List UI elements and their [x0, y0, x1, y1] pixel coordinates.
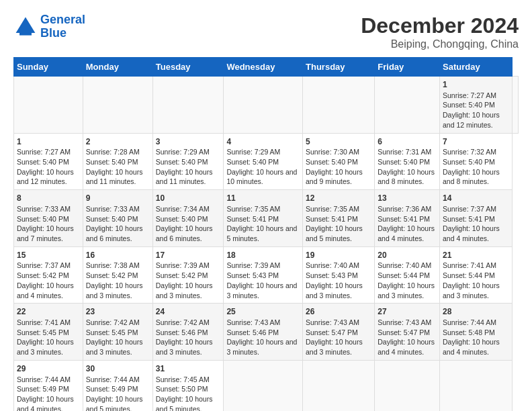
calendar-cell: [375, 360, 440, 411]
sunset-text: Sunset: 5:47 PM: [306, 328, 371, 338]
day-number: 15: [17, 250, 80, 261]
calendar-cell: 19Sunrise: 7:40 AMSunset: 5:43 PMDayligh…: [303, 246, 375, 304]
sunset-text: Sunset: 5:40 PM: [378, 157, 437, 167]
daylight-text: Daylight: 10 hours and 5 minutes.: [306, 224, 371, 243]
day-number: 26: [306, 306, 371, 318]
header-tuesday: Tuesday: [152, 58, 224, 77]
day-number: 3: [156, 136, 221, 148]
day-number: 23: [86, 306, 150, 318]
sunset-text: Sunset: 5:46 PM: [156, 328, 221, 338]
calendar-cell: 21Sunrise: 7:41 AMSunset: 5:44 PMDayligh…: [440, 246, 513, 304]
sunrise-text: Sunrise: 7:30 AM: [306, 147, 371, 157]
header-monday: Monday: [83, 58, 152, 77]
sunrise-text: Sunrise: 7:43 AM: [306, 318, 371, 328]
sunrise-text: Sunrise: 7:27 AM: [443, 91, 509, 101]
daylight-text: Daylight: 10 hours and 3 minutes.: [156, 337, 221, 357]
daylight-text: Daylight: 10 hours and 9 minutes.: [306, 167, 371, 187]
svg-marker-0: [16, 17, 36, 32]
calendar-cell: 23Sunrise: 7:42 AMSunset: 5:45 PMDayligh…: [83, 304, 152, 361]
daylight-text: Daylight: 10 hours and 5 minutes.: [226, 224, 300, 243]
calendar-cell: 28Sunrise: 7:44 AMSunset: 5:48 PMDayligh…: [440, 304, 513, 361]
daylight-text: Daylight: 10 hours and 3 minutes.: [86, 337, 150, 357]
sunrise-text: Sunrise: 7:34 AM: [156, 204, 221, 214]
sunrise-text: Sunrise: 7:43 AM: [378, 318, 437, 328]
sunrise-text: Sunrise: 7:44 AM: [17, 375, 80, 385]
daylight-text: Daylight: 10 hours and 11 minutes.: [156, 167, 221, 187]
sunset-text: Sunset: 5:42 PM: [17, 271, 80, 281]
sunrise-text: Sunrise: 7:40 AM: [306, 261, 371, 271]
sunset-text: Sunset: 5:43 PM: [226, 271, 300, 281]
sunrise-text: Sunrise: 7:43 AM: [226, 318, 300, 328]
daylight-text: Daylight: 10 hours and 3 minutes.: [378, 281, 437, 300]
day-number: 27: [378, 306, 437, 318]
calendar-cell: 1Sunrise: 7:27 AMSunset: 5:40 PMDaylight…: [14, 133, 83, 190]
day-number: 13: [378, 193, 437, 204]
calendar-cell: [83, 77, 152, 134]
daylight-text: Daylight: 10 hours and 12 minutes.: [443, 110, 509, 130]
sunset-text: Sunset: 5:49 PM: [17, 384, 80, 394]
daylight-text: Daylight: 10 hours and 3 minutes.: [443, 281, 509, 300]
calendar-cell: 7Sunrise: 7:32 AMSunset: 5:40 PMDaylight…: [440, 133, 513, 190]
day-number: 7: [443, 136, 509, 148]
day-number: 31: [156, 363, 221, 375]
sunset-text: Sunset: 5:48 PM: [443, 328, 509, 338]
calendar-cell: 12Sunrise: 7:35 AMSunset: 5:41 PMDayligh…: [303, 190, 375, 247]
calendar-cell: [440, 360, 513, 411]
day-number: 30: [86, 363, 150, 375]
sunset-text: Sunset: 5:40 PM: [17, 157, 80, 167]
sunset-text: Sunset: 5:40 PM: [156, 214, 221, 224]
sunset-text: Sunset: 5:44 PM: [443, 271, 509, 281]
daylight-text: Daylight: 10 hours and 8 minutes.: [378, 167, 437, 187]
day-number: 8: [17, 193, 80, 204]
daylight-text: Daylight: 10 hours and 3 minutes.: [306, 281, 371, 300]
sunrise-text: Sunrise: 7:29 AM: [156, 147, 221, 157]
daylight-text: Daylight: 10 hours and 6 minutes.: [86, 224, 150, 243]
sunset-text: Sunset: 5:50 PM: [156, 384, 221, 394]
sunset-text: Sunset: 5:40 PM: [17, 214, 80, 224]
calendar-cell: 3Sunrise: 7:29 AMSunset: 5:40 PMDaylight…: [152, 133, 224, 190]
sunrise-text: Sunrise: 7:35 AM: [226, 204, 300, 214]
sunrise-text: Sunrise: 7:35 AM: [306, 204, 371, 214]
calendar-cell: 29Sunrise: 7:44 AMSunset: 5:49 PMDayligh…: [14, 360, 83, 411]
sunset-text: Sunset: 5:43 PM: [306, 271, 371, 281]
calendar-cell: 15Sunrise: 7:37 AMSunset: 5:42 PMDayligh…: [14, 246, 83, 304]
sunrise-text: Sunrise: 7:27 AM: [17, 147, 80, 157]
sunrise-text: Sunrise: 7:33 AM: [17, 204, 80, 214]
calendar-header-row: SundayMondayTuesdayWednesdayThursdayFrid…: [14, 58, 519, 77]
calendar-week-row: 29Sunrise: 7:44 AMSunset: 5:49 PMDayligh…: [14, 360, 519, 411]
calendar-cell: [224, 360, 303, 411]
title-area: December 2024 Beiping, Chongqing, China: [361, 13, 519, 50]
sunrise-text: Sunrise: 7:40 AM: [378, 261, 437, 271]
sunrise-text: Sunrise: 7:37 AM: [17, 261, 80, 271]
sunset-text: Sunset: 5:45 PM: [17, 328, 80, 338]
sunset-text: Sunset: 5:40 PM: [86, 214, 150, 224]
calendar-cell: 2Sunrise: 7:28 AMSunset: 5:40 PMDaylight…: [83, 133, 152, 190]
sunrise-text: Sunrise: 7:44 AM: [86, 375, 150, 385]
calendar-cell: 24Sunrise: 7:42 AMSunset: 5:46 PMDayligh…: [152, 304, 224, 361]
daylight-text: Daylight: 10 hours and 4 minutes.: [17, 394, 80, 411]
calendar-cell: 10Sunrise: 7:34 AMSunset: 5:40 PMDayligh…: [152, 190, 224, 247]
sunrise-text: Sunrise: 7:44 AM: [443, 318, 509, 328]
header: General Blue December 2024 Beiping, Chon…: [13, 13, 519, 50]
calendar-week-row: 8Sunrise: 7:33 AMSunset: 5:40 PMDaylight…: [14, 190, 519, 247]
day-number: 22: [17, 306, 80, 318]
daylight-text: Daylight: 10 hours and 3 minutes.: [156, 281, 221, 300]
logo: General Blue: [13, 13, 85, 40]
day-number: 1: [17, 136, 80, 148]
day-number: 2: [86, 136, 150, 148]
sunset-text: Sunset: 5:40 PM: [443, 157, 509, 167]
day-number: 29: [17, 363, 80, 375]
day-number: 10: [156, 193, 221, 204]
day-number: 19: [306, 250, 371, 261]
calendar-cell: 26Sunrise: 7:43 AMSunset: 5:47 PMDayligh…: [303, 304, 375, 361]
sunset-text: Sunset: 5:49 PM: [86, 384, 150, 394]
daylight-text: Daylight: 10 hours and 3 minutes.: [17, 337, 80, 357]
sunset-text: Sunset: 5:40 PM: [306, 157, 371, 167]
daylight-text: Daylight: 10 hours and 4 minutes.: [378, 224, 437, 243]
sunrise-text: Sunrise: 7:42 AM: [86, 318, 150, 328]
sunrise-text: Sunrise: 7:32 AM: [443, 147, 509, 157]
day-number: 4: [226, 136, 300, 148]
day-number: 6: [378, 136, 437, 148]
calendar-cell: 14Sunrise: 7:37 AMSunset: 5:41 PMDayligh…: [440, 190, 513, 247]
calendar-cell: 4Sunrise: 7:29 AMSunset: 5:40 PMDaylight…: [224, 133, 303, 190]
